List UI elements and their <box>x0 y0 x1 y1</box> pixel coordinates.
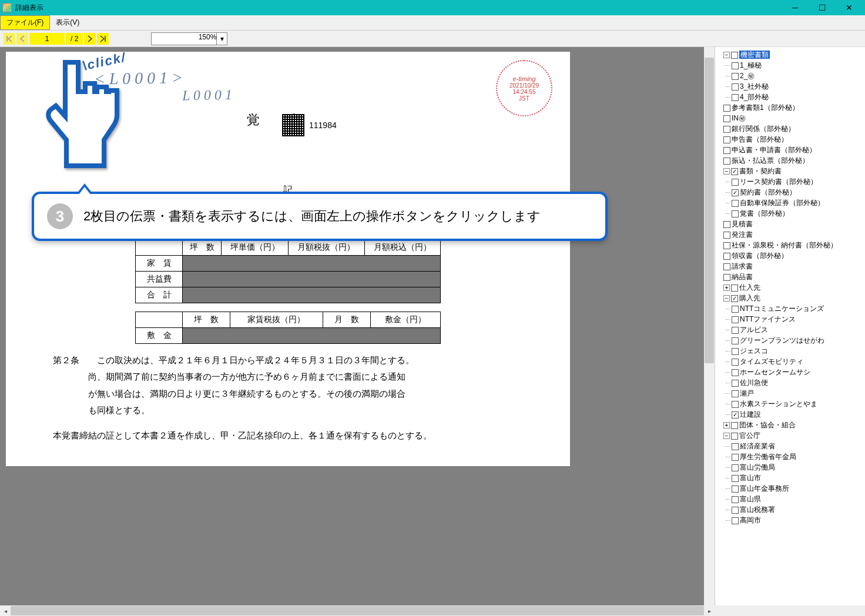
expander-icon[interactable]: − <box>723 433 730 439</box>
tree-node-purchase[interactable]: −✓購入先 NTTコミュニケーションズ NTTファイナンス アルビス グリーンプ… <box>723 293 865 420</box>
tree-item[interactable]: 見積書 <box>723 219 865 229</box>
tree-item[interactable]: アルビス <box>732 324 865 335</box>
tree-item[interactable]: 申告書（部外秘） <box>723 134 865 145</box>
tree-item[interactable]: 富山労働局 <box>732 462 865 473</box>
tree-item[interactable]: 富山税務署 <box>732 504 865 515</box>
page-number-input[interactable] <box>29 33 65 45</box>
tree-node-gov[interactable]: − 官公庁 経済産業省 厚生労働省年金局 富山労働局 富山市 富山年金事務所 富… <box>723 430 865 525</box>
tree-item[interactable]: + 仕入先 <box>723 282 865 293</box>
tree-item[interactable]: 高岡市 <box>732 515 865 525</box>
tree-item[interactable]: 2_㊙ <box>732 71 865 81</box>
tree-item[interactable]: タイムズモビリティ <box>732 356 865 367</box>
next-page-icon <box>87 35 93 42</box>
tree-item[interactable]: ✓辻建設 <box>732 409 865 420</box>
menu-view[interactable]: 表示(V) <box>50 15 85 30</box>
menu-file[interactable]: ファイル(F) <box>0 15 50 30</box>
last-page-button[interactable] <box>97 33 109 45</box>
doc-table-2: 坪 数 家賃税抜（円） 月 数 敷金（円） 敷 金 <box>135 312 441 344</box>
tree-item[interactable]: 銀行関係（部外秘） <box>723 123 865 134</box>
minimize-button[interactable]: ─ <box>782 0 809 15</box>
tree-item[interactable]: 富山県 <box>732 494 865 504</box>
expander-icon[interactable]: − <box>723 168 730 175</box>
instruction-text: 2枚目の伝票・書類を表示するには、画面左上の操作ボタンをクリックします <box>83 207 541 225</box>
page-total-label: / 2 <box>66 33 83 45</box>
tree-item[interactable]: 領収書（部外秘） <box>723 250 865 261</box>
tree-item[interactable]: 3_社外秘 <box>732 81 865 92</box>
chevron-down-icon: ▾ <box>216 33 227 45</box>
qr-number: 111984 <box>309 120 337 130</box>
qr-block: 111984 <box>282 114 337 136</box>
tree-item[interactable]: 納品書 <box>723 272 865 282</box>
tree-item[interactable]: 水素ステーションとやま <box>732 399 865 409</box>
tree-node-root[interactable]: − 機密書類 1_極秘 2_㊙ 3_社外秘 4_部外秘 <box>723 49 865 102</box>
scroll-left-icon[interactable]: ◂ <box>0 605 11 616</box>
doc-vertical-scrollbar[interactable] <box>704 47 715 605</box>
tree-item[interactable]: ジェスコ <box>732 346 865 356</box>
tree-item[interactable]: 1_極秘 <box>732 60 865 71</box>
tree-item[interactable]: NTTコミュニケーションズ <box>732 303 865 314</box>
scrollbar-thumb[interactable] <box>705 58 714 363</box>
tree-item[interactable]: グリーンプランツはせがわ <box>732 335 865 346</box>
step-number-badge: 3 <box>47 203 73 229</box>
tree-item[interactable]: 申込書・申請書（部外秘） <box>723 145 865 155</box>
expander-icon[interactable]: + <box>723 284 730 291</box>
doc-article-2: 第２条 この取決めは、平成２１年６月１日から平成２４年５月３１日の３年間とする。… <box>53 352 523 419</box>
maximize-button[interactable]: ☐ <box>809 0 836 15</box>
prev-page-button[interactable] <box>16 33 28 45</box>
scroll-right-icon[interactable]: ▸ <box>704 605 715 616</box>
menubar: ファイル(F) 表示(V) <box>0 15 865 31</box>
doc-article-3: 本覚書締結の証として本書２通を作成し、甲・乙記名捺印の上、各１通を保有するものと… <box>53 427 523 444</box>
close-button[interactable]: ✕ <box>836 0 863 15</box>
prev-page-icon <box>19 35 25 42</box>
tree-item[interactable]: 富山年金事務所 <box>732 483 865 494</box>
expander-icon[interactable]: − <box>723 295 730 302</box>
hand-cursor-icon <box>35 56 123 180</box>
first-page-icon <box>6 35 13 42</box>
tree-item[interactable]: 厚生労働省年金局 <box>732 451 865 462</box>
doc-table-1: 坪 数 坪単価（円） 月額税抜（円） 月額税込（円） 家 賃 共益費 合 計 <box>135 239 441 303</box>
qr-icon <box>282 114 304 136</box>
zoom-value: 150% <box>199 33 217 41</box>
window-title: 詳細表示 <box>15 3 782 13</box>
category-tree[interactable]: − 機密書類 1_極秘 2_㊙ 3_社外秘 4_部外秘 参考書類1（部外秘） I… <box>715 47 865 605</box>
next-page-button[interactable] <box>84 33 96 45</box>
toolbar: / 2 150% ▾ <box>0 31 865 47</box>
scrollbar-thumb[interactable] <box>11 606 704 615</box>
tree-item[interactable]: 4_部外秘 <box>732 92 865 102</box>
tree-item[interactable]: 請求書 <box>723 261 865 272</box>
instruction-callout: 3 2枚目の伝票・書類を表示するには、画面左上の操作ボタンをクリックします <box>32 192 608 241</box>
tree-item[interactable]: NTTファイナンス <box>732 314 865 324</box>
app-icon <box>2 3 12 12</box>
tree-item[interactable]: 社保・源泉税・納付書（部外秘） <box>723 240 865 250</box>
tree-node-docs[interactable]: −✓書類・契約書 リース契約書（部外秘） ✓契約書（部外秘） 自動車保険証券（部… <box>723 166 865 219</box>
tree-item[interactable]: ✓契約書（部外秘） <box>732 187 865 197</box>
zoom-select[interactable]: 150% ▾ <box>151 32 227 45</box>
last-page-icon <box>99 35 106 42</box>
tree-item[interactable]: 発注書 <box>723 229 865 240</box>
first-page-button[interactable] <box>4 33 15 45</box>
expander-icon[interactable]: + <box>723 422 730 428</box>
tree-item[interactable]: 富山市 <box>732 473 865 483</box>
titlebar: 詳細表示 ─ ☐ ✕ <box>0 0 865 15</box>
tree-item[interactable]: + 団体・協会・組合 <box>723 420 865 430</box>
tree-item[interactable]: 振込・払込票（部外秘） <box>723 155 865 166</box>
tree-item[interactable]: 経済産業省 <box>732 441 865 451</box>
tree-item[interactable]: 覚書（部外秘） <box>732 208 865 219</box>
tree-item[interactable]: 自動車保険証券（部外秘） <box>732 197 865 208</box>
horizontal-scrollbar[interactable]: ◂ ▸ <box>0 605 865 616</box>
tree-item[interactable]: 瀬戸 <box>732 388 865 399</box>
expander-icon[interactable]: − <box>723 52 730 58</box>
tree-item[interactable]: 佐川急便 <box>732 377 865 388</box>
tree-item[interactable]: IN㊙ <box>723 113 865 123</box>
tree-item[interactable]: 参考書類1（部外秘） <box>723 102 865 113</box>
tree-item[interactable]: ホームセンタームサシ <box>732 367 865 377</box>
tree-item[interactable]: リース契約書（部外秘） <box>732 176 865 187</box>
